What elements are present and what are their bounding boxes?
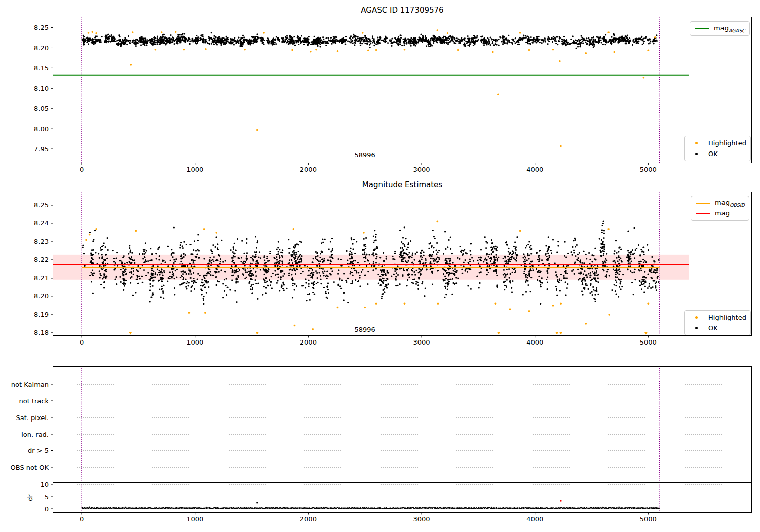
y-tick-label: 8.19 (34, 311, 49, 318)
plots-canvas: 589960100020003000400050007.958.008.058.… (0, 0, 760, 532)
axes-frame (53, 17, 752, 163)
y-axis-ticks: 8.188.198.208.218.228.238.248.25 (34, 201, 53, 336)
middle-chart-title: Magnitude Estimates (53, 181, 752, 189)
dr-tick-label: 10 (40, 481, 49, 488)
x-tick-label: 1000 (186, 515, 203, 523)
x-axis-ticks: 010002000300040005000 (80, 513, 657, 523)
x-tick-label: 0 (80, 338, 84, 346)
green-line-sample-icon (695, 28, 709, 29)
x-tick-label: 1000 (186, 166, 203, 173)
x-axis-ticks: 010002000300040005000 (80, 336, 657, 346)
dr-axis-label: dr (26, 494, 34, 501)
y-tick-label: 8.21 (34, 274, 49, 282)
legend-label-mag-obsid: magOBSID (715, 199, 745, 208)
top-chart-title: AGASC ID 117309576 (53, 7, 752, 14)
x-tick-label: 2000 (300, 338, 317, 346)
y-tick-label: 8.23 (34, 238, 49, 245)
orange-dot-icon (695, 142, 698, 144)
y-tick-label: 8.25 (34, 201, 49, 209)
red-line-sample-icon (696, 213, 710, 214)
y-axis-ticks: 7.958.008.058.108.158.208.25 (34, 24, 53, 153)
y-tick-label: 8.18 (34, 329, 49, 336)
x-tick-label: 3000 (413, 515, 430, 523)
orange-dot-icon (695, 316, 698, 319)
obsid-boundary-vlines (82, 366, 660, 513)
legend-label-highlighted: Highlighted (708, 139, 746, 147)
y-tick-label: 8.24 (34, 219, 49, 227)
annotation: 58996 (355, 326, 375, 333)
dr-tick-label: 5 (45, 493, 49, 501)
x-axis-ticks: 010002000300040005000 (80, 163, 657, 173)
figure: 589960100020003000400050007.958.008.058.… (0, 0, 760, 532)
x-tick-label: 4000 (526, 338, 543, 346)
x-tick-label: 1000 (186, 338, 203, 346)
dr-points (82, 507, 660, 509)
x-tick-label: 0 (80, 515, 84, 523)
flag-gridlines (53, 384, 752, 509)
obsid-annotation: 58996 (355, 151, 375, 159)
orange-line-sample-icon (696, 203, 710, 204)
y-tick-label: 8.10 (34, 85, 49, 92)
ok-points (82, 32, 658, 49)
legend-item-ok: OK (685, 148, 746, 159)
highlighted-points (88, 29, 656, 147)
dr-tick-labels: 1050 (40, 481, 53, 513)
black-dot-icon (695, 327, 698, 329)
legend-top-scatter: Highlighted OK (684, 136, 751, 161)
x-tick-label: 2000 (300, 515, 317, 523)
legend-label-highlighted: Highlighted (708, 314, 746, 321)
x-tick-label: 3000 (413, 338, 430, 346)
x-tick-label: 3000 (413, 166, 430, 173)
flag-label: OBS not OK (11, 464, 49, 471)
black-dot-icon (695, 153, 698, 155)
dr-outlier-points (256, 500, 562, 504)
x-tick-label: 5000 (640, 338, 657, 346)
legend-label-ok: OK (708, 150, 718, 158)
legend-label-ok: OK (708, 324, 718, 332)
flag-label: Ion. rad. (21, 431, 49, 438)
legend-label-mag: mag (715, 209, 730, 218)
y-tick-label: 8.15 (34, 64, 49, 72)
y-tick-label: 8.20 (34, 292, 49, 300)
axes-frame (53, 367, 752, 513)
legend-mag-agasc: magAGASC (690, 21, 750, 36)
y-tick-label: 8.00 (34, 125, 49, 133)
x-tick-label: 2000 (300, 166, 317, 173)
y-tick-label: 8.05 (34, 105, 49, 112)
legend-item-mag: mag (691, 208, 745, 219)
flag-tick-labels: not Kalmannot trackSat. pixel.Ion. rad.d… (11, 381, 53, 471)
x-tick-label: 5000 (640, 515, 657, 523)
legend-item-highlighted: Highlighted (685, 138, 746, 148)
flag-label: Sat. pixel. (16, 414, 49, 422)
legend-mid-lines: magOBSID mag (691, 196, 749, 221)
annotation: 58996 (355, 151, 375, 159)
legend-mid-scatter: Highlighted OK (684, 310, 751, 335)
legend-item-mag-agasc: magAGASC (690, 23, 745, 34)
legend-item-ok: OK (685, 323, 746, 333)
y-tick-label: 8.22 (34, 256, 49, 263)
x-tick-label: 4000 (526, 166, 543, 173)
x-tick-label: 0 (80, 166, 84, 173)
flag-label: not track (19, 397, 49, 405)
x-tick-label: 5000 (640, 166, 657, 173)
flag-label: not Kalman (11, 381, 49, 388)
legend-item-highlighted: Highlighted (685, 312, 746, 323)
dr-tick-label: 0 (45, 505, 49, 513)
y-tick-label: 8.25 (34, 24, 49, 31)
legend-label-mag-agasc: magAGASC (714, 24, 745, 33)
flag-label: dr > 5 (28, 447, 49, 454)
y-tick-label: 7.95 (34, 145, 49, 153)
dr-axis-label: dr (26, 494, 34, 501)
legend-item-mag-obsid: magOBSID (691, 198, 745, 208)
y-tick-label: 8.20 (34, 44, 49, 52)
obsid-annotation: 58996 (355, 326, 375, 333)
x-tick-label: 4000 (526, 515, 543, 523)
